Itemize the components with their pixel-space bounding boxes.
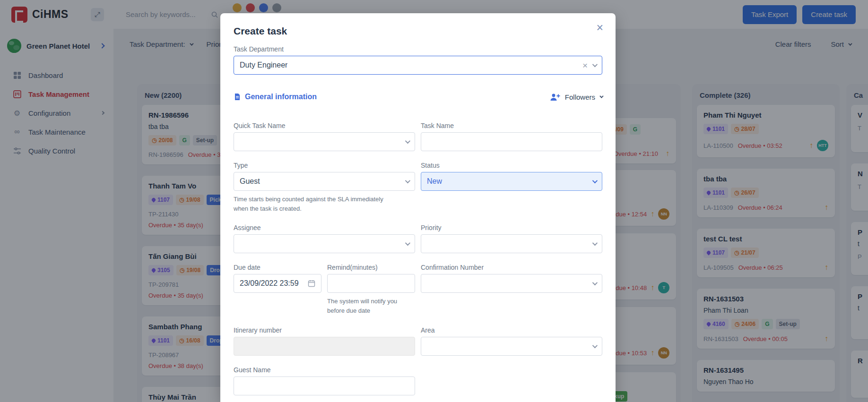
general-information-section: General information Followers xyxy=(234,93,602,101)
chevron-down-icon xyxy=(405,138,410,144)
itinerary-number-input xyxy=(234,337,415,356)
modal-title: Create task xyxy=(234,26,602,37)
due-date-input[interactable]: 23/09/2022 23:59 xyxy=(234,274,321,293)
guest-name-input[interactable] xyxy=(234,376,415,395)
guest-name-label: Guest Name xyxy=(234,366,415,374)
remind-group: Remind(minutes) The system will notify y… xyxy=(327,264,415,316)
confirmation-number-label: Confirmation Number xyxy=(421,264,602,271)
area-select[interactable] xyxy=(421,337,602,356)
type-label: Type xyxy=(234,162,415,169)
task-department-value: Duty Engineer xyxy=(240,61,287,69)
remind-input[interactable] xyxy=(327,274,415,293)
assignee-group: Assignee xyxy=(234,224,415,253)
assignee-label: Assignee xyxy=(234,224,415,231)
close-icon[interactable]: × xyxy=(596,22,603,34)
status-select[interactable]: New xyxy=(421,172,602,191)
due-date-label: Due date xyxy=(234,264,321,271)
followers-label: Followers xyxy=(565,93,595,101)
task-department-select[interactable]: Duty Engineer × xyxy=(234,56,602,75)
remind-label: Remind(minutes) xyxy=(327,264,415,271)
due-date-remind-row: Due date 23/09/2022 23:59 Remind(minutes… xyxy=(234,264,415,326)
itinerary-number-label: Itinerary number xyxy=(234,326,415,334)
quick-task-name-select[interactable] xyxy=(234,132,415,151)
sla-note: Time starts being counted against the SL… xyxy=(234,195,390,214)
quick-task-name-group: Quick Task Name xyxy=(234,122,415,151)
status-label: Status xyxy=(421,162,602,169)
area-label: Area xyxy=(421,326,602,334)
task-name-group: Task Name xyxy=(421,122,602,151)
status-group: Status New xyxy=(421,162,602,214)
confirmation-number-select[interactable] xyxy=(421,274,602,293)
followers-dropdown[interactable]: Followers xyxy=(549,93,602,101)
create-task-form: Quick Task Name Task Name Type Guest Tim… xyxy=(234,122,602,402)
assignee-select[interactable] xyxy=(234,234,415,253)
type-value: Guest xyxy=(240,177,260,186)
task-name-label: Task Name xyxy=(421,122,602,129)
add-follower-icon[interactable] xyxy=(549,93,561,101)
chevron-down-icon xyxy=(592,240,598,246)
create-task-modal: Create task × Task Department Duty Engin… xyxy=(220,13,616,402)
confirmation-number-group: Confirmation Number xyxy=(421,264,602,316)
chevron-down-icon xyxy=(592,342,598,348)
task-department-label: Task Department xyxy=(234,45,602,53)
chevron-down-icon xyxy=(592,178,598,183)
chevron-down-icon xyxy=(405,240,410,246)
priority-label: Priority xyxy=(421,224,602,231)
area-group: Area xyxy=(421,326,602,356)
task-name-input[interactable] xyxy=(421,132,602,151)
chevron-down-icon xyxy=(592,62,598,67)
status-value: New xyxy=(427,177,442,186)
chevron-down-icon xyxy=(599,94,603,98)
type-select[interactable]: Guest xyxy=(234,172,415,191)
guest-name-group: Guest Name xyxy=(234,366,415,395)
remind-note: The system will notify you before due da… xyxy=(327,297,415,316)
task-department-group: Task Department Duty Engineer × xyxy=(234,45,602,75)
calendar-icon xyxy=(308,280,315,287)
document-icon xyxy=(234,93,241,101)
priority-group: Priority xyxy=(421,224,602,253)
quick-task-name-label: Quick Task Name xyxy=(234,122,415,129)
due-date-value: 23/09/2022 23:59 xyxy=(240,279,299,288)
clear-icon[interactable]: × xyxy=(581,61,592,70)
chevron-down-icon xyxy=(592,280,598,285)
chevron-down-icon xyxy=(405,178,410,183)
priority-select[interactable] xyxy=(421,234,602,253)
itinerary-number-group: Itinerary number xyxy=(234,326,415,356)
section-title: General information xyxy=(245,93,317,101)
due-date-group: Due date 23/09/2022 23:59 xyxy=(234,264,321,316)
form-spacer xyxy=(421,366,602,402)
type-group: Type Guest Time starts being counted aga… xyxy=(234,162,415,214)
